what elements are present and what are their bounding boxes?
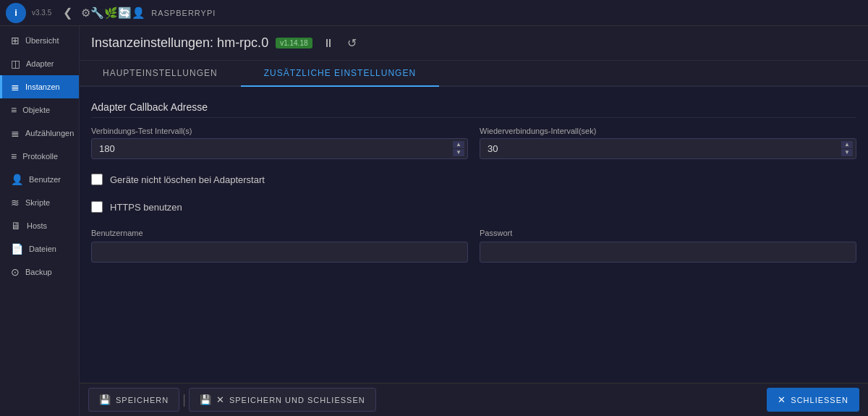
sidebar-item-skripte[interactable]: ≋ Skripte: [0, 191, 79, 214]
reload-button[interactable]: ↺: [344, 35, 359, 51]
grid-icon: ⊞: [11, 35, 20, 46]
sidebar-item-backup[interactable]: ⊙ Backup: [0, 260, 79, 284]
sidebar-label-benutzer: Benutzer: [29, 175, 61, 184]
form-area: Adapter Callback Adresse Verbindungs-Tes…: [80, 87, 868, 383]
checkbox-geraete[interactable]: [91, 174, 103, 185]
adapter-callback-section: Adapter Callback Adresse: [91, 101, 856, 118]
refresh-icon[interactable]: 🔄: [118, 7, 132, 20]
benutzername-input-wrapper: [91, 242, 468, 263]
sidebar-label-aufzaehlungen: Aufzählungen: [25, 129, 74, 137]
x-icon: ✕: [216, 394, 225, 405]
verbindungs-label: Verbindungs-Test Intervall(s): [91, 127, 468, 135]
sidebar-label-instanzen: Instanzen: [25, 82, 60, 91]
sidebar-item-adapter[interactable]: ◫ Adapter: [0, 52, 79, 75]
save-close-icon: 💾: [200, 394, 212, 405]
sidebar-label-adapter: Adapter: [26, 59, 54, 68]
close-icon: ✕: [778, 394, 786, 405]
sidebar-label-backup: Backup: [25, 268, 52, 276]
sidebar-label-hosts: Hosts: [27, 221, 47, 230]
sidebar-item-hosts[interactable]: 🖥 Hosts: [0, 214, 79, 237]
verbindungs-up-arrow[interactable]: ▲: [453, 141, 464, 148]
user-icon[interactable]: 👤: [132, 7, 145, 20]
benutzername-input[interactable]: [92, 242, 467, 262]
checkbox-geraete-row: Geräte nicht löschen bei Adapterstart: [91, 171, 856, 188]
bottom-bar: 💾 SPEICHERN | 💾 ✕ SPEICHERN UND SCHLIESS…: [80, 383, 868, 416]
files-icon: 📄: [11, 243, 23, 255]
sidebar-item-uebersicht[interactable]: ⊞ Übersicht: [0, 29, 79, 52]
wiederverbindungs-arrows: ▲ ▼: [838, 140, 856, 158]
passwort-group: Passwort: [480, 226, 856, 263]
leaf-icon[interactable]: 🌿: [104, 7, 118, 20]
passwort-label: Passwort: [480, 229, 512, 237]
backup-icon: ⊙: [11, 266, 20, 278]
adapter-icon: ◫: [11, 58, 20, 69]
host-label: RASPBERRYPI: [151, 9, 216, 17]
verbindungs-input[interactable]: [92, 139, 450, 158]
tab-zusaetzliche[interactable]: ZUSÄTZLICHE EINSTELLUNGEN: [241, 61, 439, 87]
collapse-button[interactable]: ❮: [63, 6, 72, 20]
benutzername-group: Benutzername: [91, 226, 468, 263]
page-title: Instanzeinstellungen: hm-rpc.0: [91, 35, 268, 51]
wiederverbindungs-down-arrow[interactable]: ▼: [841, 149, 853, 156]
sidebar-label-objekte: Objekte: [22, 106, 50, 114]
content-area: Instanzeinstellungen: hm-rpc.0 v1.14.18 …: [80, 26, 868, 416]
tab-haupteinstellungen[interactable]: HAUPTEINSTELLUNGEN: [80, 61, 241, 87]
benutzername-label: Benutzername: [91, 229, 143, 237]
wiederverbindungs-label: Wiederverbindungs-Intervall(sek): [480, 127, 856, 135]
save-icon: 💾: [99, 394, 111, 405]
passwort-input-wrapper: [480, 242, 856, 263]
sidebar: ⊞ Übersicht ◫ Adapter ≣ Instanzen ≡ Obje…: [0, 26, 80, 416]
checkbox-https-row: HTTPS benutzen: [91, 198, 856, 216]
verbindungs-group: Verbindungs-Test Intervall(s) ▲ ▼: [91, 127, 468, 159]
sidebar-item-aufzaehlungen[interactable]: ≣ Aufzählungen: [0, 122, 79, 145]
sidebar-label-dateien: Dateien: [29, 245, 56, 253]
page-header: Instanzeinstellungen: hm-rpc.0 v1.14.18 …: [80, 26, 868, 61]
tabs-bar: HAUPTEINSTELLUNGEN ZUSÄTZLICHE EINSTELLU…: [80, 61, 868, 87]
sidebar-item-objekte[interactable]: ≡ Objekte: [0, 98, 79, 122]
wiederverbindungs-input[interactable]: [480, 139, 838, 158]
settings-icon[interactable]: ⚙: [81, 7, 90, 20]
wrench-icon[interactable]: 🔧: [90, 7, 104, 20]
passwort-input[interactable]: [480, 242, 856, 262]
close-button[interactable]: ✕ SCHLIESSEN: [767, 388, 859, 412]
sidebar-item-protokolle[interactable]: ≡ Protokolle: [0, 145, 79, 168]
sidebar-item-instanzen[interactable]: ≣ Instanzen: [0, 75, 79, 98]
checkbox-https-label: HTTPS benutzen: [110, 202, 182, 213]
version-label: v3.3.5: [32, 9, 51, 17]
topbar: i v3.3.5 ❮ ⚙ 🔧 🌿 🔄 👤 RASPBERRYPI: [0, 0, 868, 26]
objects-icon: ≡: [11, 104, 17, 116]
verbindungs-down-arrow[interactable]: ▼: [453, 149, 464, 156]
sidebar-label-uebersicht: Übersicht: [25, 36, 59, 45]
sidebar-label-protokolle: Protokolle: [22, 152, 58, 161]
verbindungs-input-wrapper: ▲ ▼: [91, 138, 468, 159]
instances-icon: ≣: [11, 81, 20, 93]
enum-icon: ≣: [11, 127, 20, 139]
credentials-row: Benutzername Passwort: [91, 226, 856, 263]
scripts-icon: ≋: [11, 197, 20, 208]
sidebar-label-skripte: Skripte: [25, 198, 50, 207]
checkbox-https[interactable]: [91, 201, 103, 213]
sidebar-item-dateien[interactable]: 📄 Dateien: [0, 237, 79, 260]
pause-button[interactable]: ⏸: [320, 35, 337, 51]
user-nav-icon: 👤: [11, 174, 23, 185]
log-icon: ≡: [11, 150, 17, 162]
save-button[interactable]: 💾 SPEICHERN: [88, 388, 179, 412]
hosts-icon: 🖥: [11, 220, 21, 232]
verbindungs-arrows: ▲ ▼: [450, 140, 467, 158]
wiederverbindungs-up-arrow[interactable]: ▲: [841, 141, 853, 148]
intervals-row: Verbindungs-Test Intervall(s) ▲ ▼ Wieder…: [91, 127, 856, 159]
checkbox-geraete-label: Geräte nicht löschen bei Adapterstart: [110, 174, 265, 185]
wiederverbindungs-input-wrapper: ▲ ▼: [480, 138, 856, 159]
version-badge: v1.14.18: [276, 38, 312, 48]
save-close-button[interactable]: 💾 ✕ SPEICHERN UND SCHLIESSEN: [189, 388, 376, 412]
wiederverbindungs-group: Wiederverbindungs-Intervall(sek) ▲ ▼: [480, 127, 856, 159]
sidebar-item-benutzer[interactable]: 👤 Benutzer: [0, 168, 79, 191]
logo: i: [6, 3, 26, 23]
divider: |: [182, 392, 186, 407]
main-layout: ⊞ Übersicht ◫ Adapter ≣ Instanzen ≡ Obje…: [0, 26, 868, 416]
